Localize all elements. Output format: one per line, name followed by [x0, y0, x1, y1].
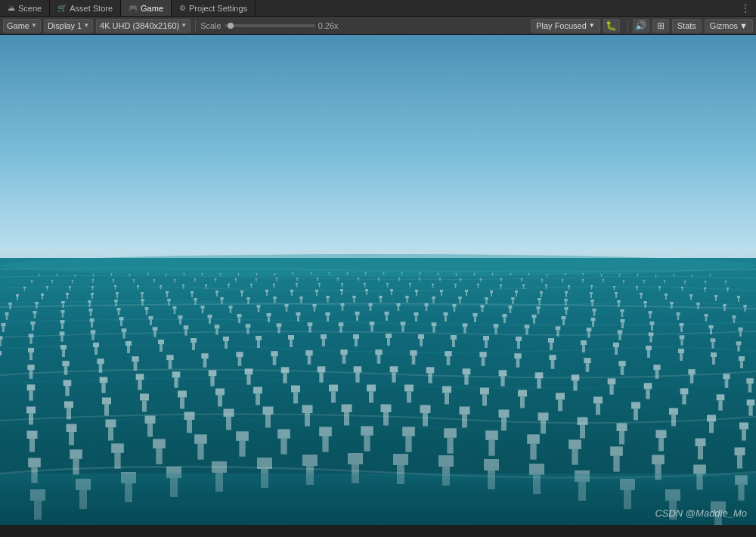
- watermark: CSDN @Maddie_Mo: [655, 508, 747, 519]
- tab-project-settings-label: Project Settings: [189, 4, 247, 13]
- tab-bar: ⛰ Scene 🛒 Asset Store 🎮 Game ⚙ Project S…: [0, 0, 756, 17]
- tab-project-settings[interactable]: ⚙ Project Settings: [172, 0, 256, 16]
- gizmos-arrow: ▼: [739, 21, 748, 30]
- game-icon: 🎮: [129, 4, 138, 12]
- tab-scene-label: Scene: [18, 4, 42, 13]
- layers-button[interactable]: ⊞: [652, 19, 669, 33]
- scene-icon: ⛰: [8, 4, 15, 12]
- scale-container: Scale 0.26x: [200, 21, 338, 30]
- display-dropdown[interactable]: Display 1 ▼: [44, 19, 93, 33]
- gizmos-button[interactable]: Gizmos ▼: [705, 19, 753, 33]
- play-focused-label: Play Focused: [536, 21, 587, 30]
- bug-icon-button[interactable]: 🐛: [603, 19, 620, 33]
- svg-rect-0: [0, 35, 756, 269]
- resolution-label: 4K UHD (3840x2160): [100, 21, 179, 30]
- tab-asset-store-label: Asset Store: [70, 4, 113, 13]
- svg-rect-6: [0, 473, 756, 525]
- display-dropdown-arrow: ▼: [83, 22, 89, 29]
- tab-more-button[interactable]: ⋮: [735, 0, 756, 16]
- scale-label: Scale: [200, 21, 222, 30]
- audio-button[interactable]: 🔊: [633, 19, 649, 33]
- scale-value: 0.26x: [318, 21, 339, 30]
- resolution-dropdown-arrow: ▼: [181, 22, 187, 29]
- game-viewport: CSDN @Maddie_Mo: [0, 35, 756, 525]
- ocean-scene-svg: [0, 35, 756, 525]
- scale-slider-thumb: [228, 23, 234, 29]
- project-settings-icon: ⚙: [179, 4, 186, 12]
- asset-store-icon: 🛒: [57, 4, 67, 12]
- stats-button[interactable]: Stats: [672, 19, 702, 33]
- toolbar: Game ▼ Display 1 ▼ 4K UHD (3840x2160) ▼ …: [0, 17, 756, 35]
- toolbar-right: 🔊 ⊞ Stats Gizmos ▼: [626, 19, 753, 33]
- separator-1: [195, 20, 196, 32]
- display-label: Display 1: [48, 21, 82, 30]
- game-dropdown-label: Game: [7, 21, 29, 30]
- game-dropdown[interactable]: Game ▼: [3, 19, 41, 33]
- tab-asset-store[interactable]: 🛒 Asset Store: [50, 0, 121, 16]
- gizmos-label: Gizmos: [710, 21, 738, 30]
- stats-label: Stats: [677, 21, 696, 30]
- play-focused-arrow: ▼: [589, 22, 595, 29]
- separator-2: [627, 20, 628, 32]
- game-dropdown-arrow: ▼: [31, 22, 37, 29]
- resolution-dropdown[interactable]: 4K UHD (3840x2160) ▼: [96, 19, 191, 33]
- svg-point-3: [0, 254, 756, 277]
- play-focused-button[interactable]: Play Focused ▼: [531, 19, 600, 33]
- scale-slider[interactable]: [225, 24, 315, 27]
- tab-game[interactable]: 🎮 Game: [121, 0, 172, 16]
- tab-game-label: Game: [141, 4, 163, 13]
- tab-scene[interactable]: ⛰ Scene: [0, 0, 50, 16]
